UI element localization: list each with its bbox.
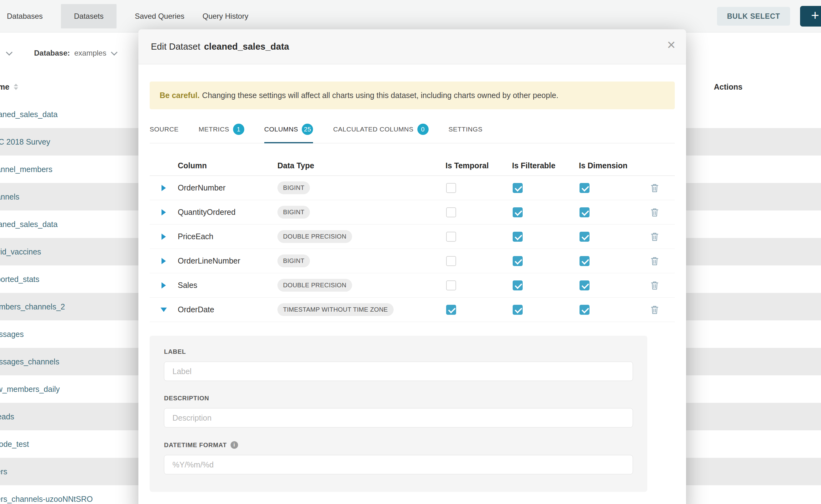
modal-header: Edit Dataset cleaned_sales_data × (138, 29, 686, 64)
add-dataset-button[interactable]: + (800, 6, 821, 27)
is-temporal-checkbox[interactable] (446, 280, 456, 290)
caret-right-icon (161, 282, 166, 289)
dataset-link[interactable]: threads (0, 412, 14, 421)
is-temporal-checkbox[interactable] (446, 183, 456, 193)
nav-tab-saved-queries[interactable]: Saved Queries (135, 12, 184, 21)
description-field-group: DESCRIPTION (164, 395, 633, 427)
nav-tab-databases[interactable]: Databases (7, 12, 43, 21)
dataset-link[interactable]: exported_stats (0, 275, 39, 284)
delete-column-button[interactable] (650, 281, 675, 290)
column-name: Sales (178, 281, 277, 290)
expand-toggle[interactable] (150, 209, 178, 215)
modal-title-dataset-name: cleaned_sales_data (204, 42, 289, 52)
temporal-cell (446, 232, 512, 242)
database-filter-select[interactable]: Database: examples (34, 49, 116, 57)
dataset-link[interactable]: covid_vaccines (0, 247, 41, 256)
delete-column-button[interactable] (650, 208, 675, 217)
trash-icon (650, 281, 659, 290)
temporal-cell (446, 183, 512, 193)
is-dimension-checkbox[interactable] (580, 305, 590, 315)
column-name: PriceEach (178, 232, 277, 241)
expand-toggle[interactable] (150, 258, 178, 264)
actions-column-header: Actions (714, 73, 743, 101)
is-filterable-checkbox[interactable] (513, 207, 523, 217)
dimension-cell (579, 183, 655, 193)
is-temporal-checkbox[interactable] (446, 256, 456, 266)
tab-label: COLUMNS (264, 126, 298, 133)
dataset-link[interactable]: qrcode_test (0, 440, 29, 449)
nav-tab-datasets[interactable]: Datasets (61, 4, 117, 28)
expand-toggle[interactable] (150, 234, 178, 240)
dataset-link[interactable]: FCC 2018 Survey (0, 137, 50, 146)
dataset-link[interactable]: cleaned_sales_data (0, 220, 57, 229)
tab-count-badge: 1 (233, 124, 244, 135)
is-filterable-checkbox[interactable] (513, 305, 523, 315)
is-dimension-checkbox[interactable] (580, 280, 590, 290)
is-temporal-checkbox[interactable] (446, 207, 456, 217)
delete-column-button[interactable] (650, 256, 675, 266)
dataset-link[interactable]: new_members_daily (0, 385, 60, 394)
top-navigation: DatabasesDatasetsSaved QueriesQuery Hist… (0, 0, 821, 32)
modal-tabs: SOURCEMETRICS1COLUMNS25CALCULATED COLUMN… (150, 124, 675, 143)
description-input[interactable] (164, 408, 633, 427)
chevron-down-icon (111, 49, 117, 55)
dataset-link[interactable]: channel_members (0, 165, 52, 174)
sort-icon[interactable] (14, 84, 18, 90)
column-name: QuantityOrdered (178, 208, 277, 217)
is-dimension-checkbox[interactable] (580, 207, 590, 217)
data-type-pill: BIGINT (277, 181, 310, 194)
columns-rows: OrderNumberBIGINTQuantityOrderedBIGINTPr… (150, 176, 675, 322)
column-row: OrderLineNumberBIGINT (150, 249, 675, 273)
database-filter-label: Database: (34, 49, 70, 57)
data-type-cell: BIGINT (277, 254, 446, 267)
caret-right-icon (161, 234, 166, 240)
close-icon[interactable]: × (667, 37, 675, 52)
is-dimension-checkbox[interactable] (580, 256, 590, 266)
dataset-link[interactable]: members_channels_2 (0, 302, 65, 311)
column-detail-panel: LABEL DESCRIPTION DATETIME FORMAT i (150, 336, 647, 492)
dataset-link[interactable]: messages (0, 330, 24, 339)
dataset-link[interactable]: messages_channels (0, 357, 59, 366)
temporal-cell (446, 207, 512, 217)
is-temporal-checkbox[interactable] (446, 305, 456, 315)
nav-tab-query-history[interactable]: Query History (202, 12, 248, 21)
modal-tab-metrics[interactable]: METRICS1 (199, 124, 244, 143)
is-dimension-checkbox[interactable] (580, 232, 590, 242)
is-dimension-checkbox[interactable] (580, 183, 590, 193)
delete-column-button[interactable] (650, 232, 675, 241)
is-temporal-checkbox[interactable] (446, 232, 456, 242)
dimension-cell (579, 232, 655, 242)
dataset-link[interactable]: channels (0, 192, 19, 201)
caret-right-icon (161, 209, 166, 215)
is-filterable-checkbox[interactable] (513, 183, 523, 193)
delete-column-button[interactable] (650, 305, 675, 314)
data-type-cell: DOUBLE PRECISION (277, 279, 446, 292)
expand-toggle[interactable] (150, 185, 178, 191)
dataset-link[interactable]: users_channels-uzooNNtSRO (0, 495, 93, 504)
dataset-link[interactable]: cleaned_sales_data (0, 110, 57, 119)
info-icon[interactable]: i (230, 441, 238, 449)
tab-label: SETTINGS (449, 126, 483, 133)
modal-tab-calculated-columns[interactable]: CALCULATED COLUMNS0 (333, 124, 428, 143)
is-filterable-checkbox[interactable] (513, 232, 523, 242)
modal-tab-settings[interactable]: SETTINGS (449, 124, 483, 143)
nav-actions: BULK SELECT + (717, 0, 821, 32)
tab-count-badge: 25 (302, 124, 313, 135)
temporal-cell (446, 305, 512, 315)
expand-toggle[interactable] (150, 308, 178, 312)
delete-column-button[interactable] (650, 183, 675, 193)
bulk-select-button[interactable]: BULK SELECT (717, 7, 790, 26)
filterable-cell (512, 232, 579, 242)
nav-tabs: DatabasesDatasetsSaved QueriesQuery Hist… (7, 4, 266, 28)
modal-tab-source[interactable]: SOURCE (150, 124, 179, 143)
chevron-down-icon[interactable] (6, 49, 12, 56)
is-filterable-checkbox[interactable] (513, 256, 523, 266)
label-input[interactable] (164, 362, 633, 381)
is-filterable-checkbox[interactable] (513, 280, 523, 290)
modal-tab-columns[interactable]: COLUMNS25 (264, 124, 313, 143)
expand-toggle[interactable] (150, 282, 178, 289)
database-filter-value: examples (74, 49, 106, 57)
dataset-link[interactable]: users (0, 467, 7, 476)
datetime-format-input[interactable] (164, 455, 633, 474)
filterable-cell (512, 256, 579, 266)
